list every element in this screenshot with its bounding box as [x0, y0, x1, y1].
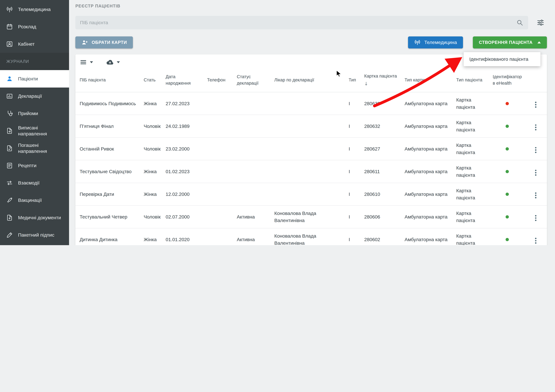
- cell-patient-type: Картка пацієнта: [453, 92, 490, 115]
- list-icon: [80, 58, 87, 66]
- sidebar-item-prescriptions[interactable]: Рецепти: [0, 157, 69, 174]
- cell-actions: [525, 92, 547, 115]
- sidebar-item-label: Пакетний підпис: [18, 232, 54, 238]
- cell-type: І: [346, 183, 361, 206]
- cell-patient-type: Картка пацієнта: [453, 206, 490, 228]
- table-row[interactable]: П’ятниця Фінал Чоловік 24.02.1989 І 2806…: [75, 115, 547, 138]
- cell-dob: 02.07.2000: [163, 206, 204, 228]
- cell-phone: [204, 183, 234, 206]
- cell-type: І: [346, 92, 361, 115]
- syringe-icon: [6, 197, 13, 204]
- cell-ehealth-id: [490, 228, 525, 245]
- col-header-type[interactable]: Тип: [346, 70, 361, 92]
- cell-declaration-status: [234, 115, 271, 138]
- telemedicine-label: Телемедицина: [424, 40, 457, 45]
- col-header-sex[interactable]: Стать: [141, 70, 163, 92]
- row-menu-button[interactable]: [533, 146, 538, 155]
- sidebar-item-cabinet[interactable]: Кабінет: [0, 36, 69, 53]
- create-patient-button[interactable]: СТВОРЕННЯ ПАЦІЄНТА: [473, 37, 547, 48]
- table-row[interactable]: Тестувальний Четвер Чоловік 02.07.2000 А…: [75, 206, 547, 228]
- sidebar-item-label: Медичні документи: [18, 215, 61, 221]
- sidebar-item-interactions[interactable]: Взаємодії: [0, 174, 69, 192]
- export-download-button[interactable]: [106, 58, 120, 67]
- col-header-actions: [525, 70, 547, 92]
- sidebar-item-label: Телемедицина: [18, 7, 51, 12]
- col-header-card-type[interactable]: Тип картки: [402, 70, 453, 92]
- sidebar-item-schedule[interactable]: Розклад: [0, 18, 69, 36]
- col-header-phone[interactable]: Телефон: [204, 70, 234, 92]
- row-menu-button[interactable]: [533, 191, 538, 200]
- select-cards-button[interactable]: ОБРАТИ КАРТИ: [75, 37, 133, 48]
- col-header-name[interactable]: ПІБ пацієнта: [75, 70, 141, 92]
- antenna-icon: [414, 39, 421, 46]
- cell-ehealth-id: [490, 206, 525, 228]
- list-density-button[interactable]: [80, 58, 93, 66]
- cell-ehealth-id: [490, 138, 525, 160]
- patients-table-card: ПІБ пацієнта Стать Дата народження Телеф…: [75, 54, 547, 245]
- sidebar-item-patients[interactable]: Пацієнти: [0, 70, 69, 87]
- main-content: РЕЄСТР ПАЦІЄНТІВ: [69, 0, 555, 245]
- cell-dob: 24.02.1989: [163, 115, 204, 138]
- table-row[interactable]: Перевірка Дати Жінка 12.02.2000 І 280610…: [75, 183, 547, 206]
- sort-descending-icon[interactable]: ↓: [364, 81, 399, 87]
- search-bar[interactable]: [75, 16, 528, 29]
- row-menu-button[interactable]: [533, 100, 538, 109]
- search-icon[interactable]: [516, 19, 524, 26]
- filter-button[interactable]: [534, 16, 547, 29]
- cell-card-type: Амбулаторна карта: [402, 115, 453, 138]
- transfer-arrows-icon: [6, 179, 13, 186]
- cell-patient-type: Картка пацієнта: [453, 115, 490, 138]
- cell-sex: Жінка: [141, 228, 163, 245]
- col-header-patient-type[interactable]: Тип пацієнта: [453, 70, 490, 92]
- sidebar-item-declarations[interactable]: Декларації: [0, 88, 69, 105]
- patients-table: ПІБ пацієнта Стать Дата народження Телеф…: [75, 70, 547, 245]
- sidebar-item-label: Прийоми: [18, 111, 38, 117]
- table-row[interactable]: Тестувальне Свідоцтво Жінка 01.02.2023 І…: [75, 160, 547, 183]
- dropdown-item-identified-patient[interactable]: Ідентифікованого пацієнта: [464, 52, 540, 66]
- sidebar-item-batch-signature[interactable]: Пакетний підпис: [0, 226, 69, 244]
- col-header-declaration-status[interactable]: Статус декларації: [234, 70, 271, 92]
- cell-card-number: 280633: [361, 92, 402, 115]
- antenna-icon: [6, 6, 13, 13]
- row-menu-button[interactable]: [533, 168, 538, 177]
- table-row[interactable]: Дитинка Дитинка Жінка 01.01.2020 Активна…: [75, 228, 547, 245]
- cell-declaration-doctor: [271, 183, 346, 206]
- cell-actions: [525, 183, 547, 206]
- sidebar-item-label: Вакцинації: [18, 197, 42, 203]
- sidebar-item-label: Кабінет: [18, 41, 35, 47]
- sidebar-item-issued-referrals[interactable]: Виписані направлення: [0, 122, 69, 140]
- sidebar-item-appointments[interactable]: Прийоми: [0, 105, 69, 122]
- pen-icon: [6, 231, 13, 239]
- col-header-dob[interactable]: Дата народження: [163, 70, 204, 92]
- select-cards-label: ОБРАТИ КАРТИ: [92, 40, 127, 45]
- col-header-card-number[interactable]: Картка пацієнта ↓: [361, 70, 402, 92]
- table-row[interactable]: Останній Ривок Чоловік 23.02.2000 І 2806…: [75, 138, 547, 160]
- cell-card-type: Амбулаторна карта: [402, 183, 453, 206]
- sidebar-item-label: Декларації: [18, 93, 42, 99]
- sidebar-item-label: Пацієнти: [18, 76, 38, 82]
- cell-phone: [204, 92, 234, 115]
- sidebar-item-redeemed-referrals[interactable]: Погашені направлення: [0, 140, 69, 157]
- table-header-row: ПІБ пацієнта Стать Дата народження Телеф…: [75, 70, 547, 92]
- sidebar-item-telemedicine[interactable]: Телемедицина: [0, 1, 69, 18]
- row-menu-button[interactable]: [533, 123, 538, 132]
- cell-patient-name: Перевірка Дати: [75, 183, 141, 206]
- cell-dob: 12.02.2000: [163, 183, 204, 206]
- cell-dob: 01.02.2023: [163, 160, 204, 183]
- create-patient-label: СТВОРЕННЯ ПАЦІЄНТА: [479, 40, 533, 45]
- cell-sex: Жінка: [141, 183, 163, 206]
- row-menu-button[interactable]: [533, 214, 538, 222]
- col-header-ehealth-id[interactable]: Ідентифікатор в eHealth: [490, 70, 525, 92]
- cell-actions: [525, 206, 547, 228]
- sidebar-item-medical-documents[interactable]: Медичні документи: [0, 209, 69, 226]
- telemedicine-button[interactable]: Телемедицина: [408, 37, 463, 48]
- row-menu-button[interactable]: [533, 236, 538, 245]
- col-header-declaration-doctor[interactable]: Лікар по декларації: [271, 70, 346, 92]
- search-input[interactable]: [80, 20, 516, 25]
- cell-declaration-doctor: Коновалова Влада Валентинівна: [271, 206, 346, 228]
- ehealth-status-dot: [506, 192, 509, 196]
- cell-card-type: Амбулаторна карта: [402, 160, 453, 183]
- table-row[interactable]: Подивимось Подивимось Жінка 27.02.2023 І…: [75, 92, 547, 115]
- cell-type: І: [346, 138, 361, 160]
- sidebar-item-vaccinations[interactable]: Вакцинації: [0, 192, 69, 209]
